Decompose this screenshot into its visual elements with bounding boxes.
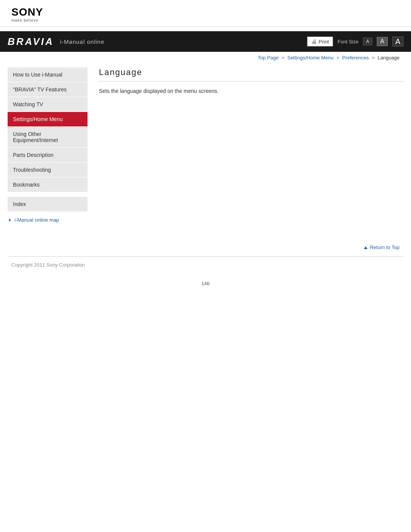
breadcrumb-settings-home[interactable]: Settings/Home Menu: [287, 55, 333, 61]
bravia-bar: BRAVIA i-Manual online Print Font Size A…: [0, 31, 411, 52]
logo-bar: SONY make.believe: [0, 0, 411, 27]
sony-logo: SONY make.believe: [11, 7, 400, 22]
printer-icon: [311, 38, 317, 45]
return-top-label: Return to Top: [370, 244, 400, 250]
breadcrumb-sep-2: >: [336, 55, 339, 61]
font-small-button[interactable]: A: [363, 38, 372, 45]
sidebar-item-bravia-tv[interactable]: "BRAVIA" TV Features: [8, 82, 88, 97]
bravia-logo: BRAVIA: [8, 36, 54, 48]
sidebar-item-watching-tv[interactable]: Watching TV: [8, 97, 88, 112]
page-title: Language: [99, 67, 403, 81]
sidebar-item-using-other[interactable]: Using Other Equipment/Internet: [8, 127, 88, 148]
sony-brand: SONY: [11, 7, 43, 18]
bravia-right: Print Font Size A A A: [307, 37, 403, 46]
sidebar-item-troubleshooting[interactable]: Troubleshooting: [8, 163, 88, 177]
return-top-bar: Return to Top: [0, 238, 411, 256]
bravia-subtitle: i-Manual online: [60, 38, 105, 45]
sidebar-item-settings-home[interactable]: Settings/Home Menu: [8, 112, 88, 127]
breadcrumb: Top Page > Settings/Home Menu > Preferen…: [0, 52, 411, 64]
font-large-button[interactable]: A: [392, 37, 403, 46]
page-number: 146: [0, 273, 411, 294]
copyright-text: Copyright 2011 Sony Corporation: [11, 262, 85, 268]
online-map-link[interactable]: i-Manual online map: [8, 217, 88, 223]
sidebar-item-parts-desc[interactable]: Parts Description: [8, 148, 88, 163]
footer: Copyright 2011 Sony Corporation: [0, 257, 411, 273]
arrow-right-icon: [9, 219, 11, 222]
sidebar-item-index[interactable]: Index: [8, 197, 88, 212]
font-medium-button[interactable]: A: [377, 37, 388, 46]
return-to-top-link[interactable]: Return to Top: [364, 244, 400, 250]
sidebar: How to Use i-Manual "BRAVIA" TV Features…: [8, 67, 88, 223]
main-layout: How to Use i-Manual "BRAVIA" TV Features…: [0, 64, 411, 230]
print-label: Print: [319, 39, 329, 45]
breadcrumb-sep-1: >: [282, 55, 285, 61]
page-description: Sets the language displayed on the menu …: [99, 87, 403, 95]
breadcrumb-top-page[interactable]: Top Page: [258, 55, 279, 61]
online-map-label: i-Manual online map: [14, 217, 59, 223]
breadcrumb-preferences[interactable]: Preferences: [342, 55, 369, 61]
content-area: Language Sets the language displayed on …: [99, 67, 403, 223]
sidebar-item-how-to-use[interactable]: How to Use i-Manual: [8, 67, 88, 82]
font-size-label: Font Size: [338, 39, 358, 45]
bravia-left: BRAVIA i-Manual online: [8, 36, 104, 48]
breadcrumb-sep-3: >: [372, 55, 375, 61]
sidebar-item-bookmarks[interactable]: Bookmarks: [8, 177, 88, 192]
breadcrumb-current: Language: [378, 55, 400, 61]
triangle-up-icon: [364, 246, 368, 249]
sony-tagline: make.believe: [11, 18, 38, 22]
print-button[interactable]: Print: [307, 37, 333, 46]
